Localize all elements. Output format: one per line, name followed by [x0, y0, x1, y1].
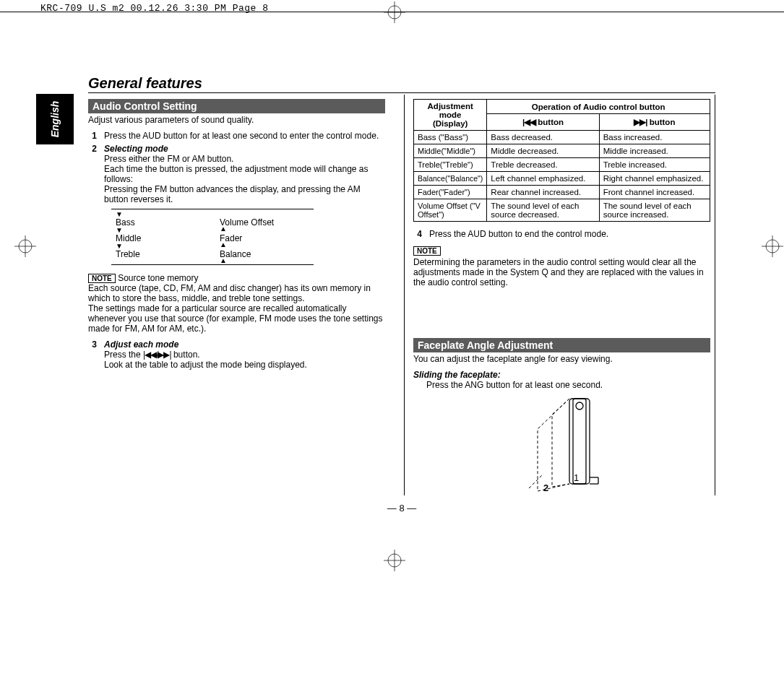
table-hdr-mode-2: mode: [418, 110, 483, 119]
prev-icon: |◀◀: [522, 118, 535, 126]
step-3-number: 3: [88, 339, 97, 370]
flow-balance: Balance: [220, 249, 251, 259]
mode-flow-diagram: ▼ ▼ ▼ ▲ ▲ ▲ Bass Middle Treble Volume Of…: [111, 209, 328, 265]
step-2-number: 2: [88, 144, 97, 266]
note-label: NOTE: [413, 246, 441, 256]
table-hdr-mode-1: Adjustment: [418, 102, 483, 110]
svg-line-18: [529, 474, 543, 488]
step-4-body: Press the AUD button to end the control …: [429, 229, 710, 239]
table-row: Volume Offset ("V Offset")The sound leve…: [414, 199, 710, 222]
step-2-line1: Press either the FM or AM button.: [104, 154, 385, 164]
step-1-body: Press the AUD button for at least one se…: [104, 131, 385, 141]
table-hdr-mode-3: (Display): [418, 119, 483, 128]
audio-control-table: Adjustment mode (Display) Operation of A…: [413, 99, 710, 222]
section-title: General features: [88, 75, 715, 93]
table-hdr-op: Operation of Audio control button: [487, 100, 710, 114]
step-2-line2: Each time the button is pressed, the adj…: [104, 164, 385, 184]
audio-lead: Adjust various parameters of sound quali…: [88, 115, 385, 125]
svg-rect-12: [569, 399, 590, 484]
note-label: NOTE: [88, 274, 116, 283]
table-hdr-next: button: [647, 118, 675, 126]
flow-bass: Bass: [116, 217, 135, 228]
table-row: Balance("Balance")Left channel emphasize…: [414, 172, 710, 186]
flow-voloffset: Volume Offset: [220, 217, 274, 228]
table-row: Fader("Fader")Rear channel increased.Fro…: [414, 186, 710, 199]
step-2-line3: Pressing the FM button advances the disp…: [104, 184, 385, 204]
faceplate-fig-2: 2: [543, 482, 548, 493]
page-number: — 8 —: [88, 503, 715, 514]
language-tab: English: [36, 94, 74, 144]
faceplate-lead: You can adjust the faceplate angle for e…: [413, 354, 710, 364]
faceplate-subbody: Press the ANG button for at least one se…: [426, 380, 710, 390]
step-2-title: Selecting mode: [104, 144, 385, 154]
svg-point-14: [576, 402, 583, 410]
faceplate-fig-1: 1: [574, 472, 579, 483]
step-3-line1: Press the |◀◀/▶▶| button.: [104, 350, 385, 360]
note-title: Source tone memory: [118, 273, 198, 283]
prev-next-icon: |◀◀/▶▶|: [143, 350, 171, 360]
flow-treble: Treble: [116, 249, 140, 259]
note-p2: The settings made for a particular sourc…: [88, 303, 385, 334]
language-tab-label: English: [49, 101, 61, 138]
next-icon: ▶▶|: [634, 118, 647, 126]
step-3-line2: Look at the table to adjust the mode bei…: [104, 360, 385, 370]
flow-fader: Fader: [220, 233, 242, 243]
note-p1: Each source (tape, CD, FM, AM and disc c…: [88, 283, 385, 303]
registration-mark-icon: [384, 1, 405, 23]
table-row: Treble("Treble")Treble decreased.Treble …: [414, 158, 710, 172]
note2-body: Determining the parameters in the audio …: [413, 257, 710, 287]
flow-middle: Middle: [116, 233, 141, 243]
faceplate-subtitle: Sliding the faceplate:: [413, 370, 710, 380]
step-1-number: 1: [88, 131, 97, 141]
table-row: Middle("Middle")Middle decreased.Middle …: [414, 144, 710, 158]
faceplate-illustration: 1 2: [512, 394, 613, 495]
table-hdr-prev: button: [535, 118, 564, 126]
registration-mark-icon: [762, 235, 783, 257]
table-row: Bass ("Bass")Bass decreased.Bass increas…: [414, 131, 710, 144]
step-3-title: Adjust each mode: [104, 339, 385, 350]
audio-control-heading: Audio Control Setting: [88, 99, 385, 113]
faceplate-heading: Faceplate Angle Adjustment: [413, 338, 710, 352]
registration-mark-icon: [14, 235, 36, 257]
svg-rect-13: [573, 399, 586, 484]
step-4-number: 4: [413, 229, 422, 239]
